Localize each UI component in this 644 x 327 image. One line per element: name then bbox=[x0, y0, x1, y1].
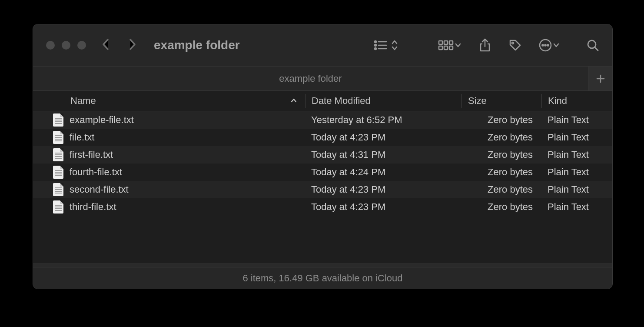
finder-window: example folder bbox=[33, 24, 613, 289]
column-header-size-label: Size bbox=[468, 95, 487, 107]
file-size: Zero bytes bbox=[468, 132, 533, 143]
file-kind: Plain Text bbox=[548, 114, 589, 125]
svg-point-0 bbox=[375, 41, 376, 43]
file-date: Today at 4:23 PM bbox=[311, 132, 385, 143]
file-date: Today at 4:24 PM bbox=[311, 167, 385, 177]
svg-rect-8 bbox=[449, 41, 453, 44]
status-bar: 6 items, 16.49 GB available on iCloud bbox=[33, 267, 612, 289]
sort-ascending-icon bbox=[290, 95, 297, 107]
file-row[interactable]: third-file.txtToday at 4:23 PMZero bytes… bbox=[33, 198, 612, 216]
actions-button[interactable] bbox=[538, 38, 560, 52]
file-date: Yesterday at 6:52 PM bbox=[311, 114, 402, 125]
file-list: example-file.txtYesterday at 6:52 PMZero… bbox=[33, 111, 612, 244]
nav-buttons bbox=[102, 38, 136, 53]
svg-point-4 bbox=[375, 48, 376, 50]
svg-rect-10 bbox=[444, 46, 448, 50]
tags-button[interactable] bbox=[508, 38, 522, 52]
file-row[interactable]: fourth-file.txtToday at 4:24 PMZero byte… bbox=[33, 164, 612, 181]
window-title: example folder bbox=[154, 38, 240, 52]
chevron-down-icon bbox=[454, 39, 462, 52]
svg-rect-9 bbox=[439, 46, 442, 50]
file-kind: Plain Text bbox=[548, 149, 589, 160]
file-date: Today at 4:23 PM bbox=[311, 201, 385, 212]
column-header-size[interactable]: Size bbox=[461, 94, 541, 108]
forward-button[interactable] bbox=[128, 38, 136, 53]
svg-point-15 bbox=[542, 44, 543, 46]
column-header: Name Date Modified Size Kind bbox=[33, 90, 612, 111]
svg-rect-7 bbox=[444, 41, 448, 44]
file-name: example-file.txt bbox=[70, 114, 134, 126]
tab-label: example folder bbox=[279, 73, 342, 84]
zoom-button[interactable] bbox=[77, 41, 86, 50]
column-header-name[interactable]: Name bbox=[33, 95, 305, 107]
new-tab-button[interactable] bbox=[588, 67, 612, 90]
view-mode-button[interactable] bbox=[373, 39, 398, 52]
svg-point-13 bbox=[512, 42, 514, 44]
column-header-kind-label: Kind bbox=[548, 95, 567, 107]
column-header-kind[interactable]: Kind bbox=[541, 94, 612, 108]
empty-area bbox=[33, 244, 612, 264]
file-row[interactable]: second-file.txtToday at 4:23 PMZero byte… bbox=[33, 181, 612, 198]
file-size: Zero bytes bbox=[468, 184, 533, 195]
svg-point-17 bbox=[547, 44, 548, 46]
titlebar: example folder bbox=[33, 24, 612, 66]
svg-line-19 bbox=[595, 47, 598, 50]
column-header-date-label: Date Modified bbox=[312, 95, 371, 107]
file-size: Zero bytes bbox=[468, 114, 533, 126]
file-kind: Plain Text bbox=[548, 132, 589, 143]
file-size: Zero bytes bbox=[468, 149, 533, 160]
file-kind: Plain Text bbox=[548, 201, 589, 212]
minimize-button[interactable] bbox=[62, 41, 70, 50]
file-name: file.txt bbox=[70, 132, 94, 143]
status-text: 6 items, 16.49 GB available on iCloud bbox=[242, 273, 402, 284]
file-date: Today at 4:23 PM bbox=[311, 184, 385, 195]
chevron-down-icon bbox=[552, 39, 560, 52]
back-button[interactable] bbox=[102, 38, 110, 53]
window-controls bbox=[46, 41, 86, 50]
file-row[interactable]: file.txtToday at 4:23 PMZero bytesPlain … bbox=[33, 129, 612, 146]
file-date: Today at 4:31 PM bbox=[311, 149, 385, 160]
document-icon bbox=[53, 148, 63, 161]
file-size: Zero bytes bbox=[468, 201, 533, 213]
share-button[interactable] bbox=[478, 38, 491, 53]
tab-bar: example folder bbox=[33, 66, 612, 90]
file-name: first-file.txt bbox=[70, 149, 113, 160]
file-name: fourth-file.txt bbox=[70, 167, 122, 178]
svg-point-16 bbox=[544, 44, 546, 46]
tab-example-folder[interactable]: example folder bbox=[33, 67, 588, 90]
svg-point-2 bbox=[375, 44, 376, 46]
search-button[interactable] bbox=[586, 39, 599, 52]
path-bar bbox=[33, 264, 612, 267]
svg-rect-6 bbox=[439, 41, 442, 44]
file-size: Zero bytes bbox=[468, 167, 533, 178]
column-header-name-label: Name bbox=[70, 95, 96, 107]
group-by-button[interactable] bbox=[438, 39, 462, 52]
file-row[interactable]: example-file.txtYesterday at 6:52 PMZero… bbox=[33, 111, 612, 129]
chevron-updown-icon bbox=[391, 39, 398, 52]
file-kind: Plain Text bbox=[548, 184, 589, 195]
file-name: third-file.txt bbox=[70, 201, 116, 213]
plus-icon bbox=[596, 74, 605, 83]
file-row[interactable]: first-file.txtToday at 4:31 PMZero bytes… bbox=[33, 146, 612, 164]
file-kind: Plain Text bbox=[548, 167, 589, 177]
close-button[interactable] bbox=[46, 41, 55, 50]
document-icon bbox=[53, 131, 63, 144]
document-icon bbox=[53, 113, 63, 127]
document-icon bbox=[53, 200, 63, 214]
column-header-date[interactable]: Date Modified bbox=[305, 94, 461, 108]
svg-rect-11 bbox=[449, 46, 453, 50]
document-icon bbox=[53, 183, 63, 196]
file-name: second-file.txt bbox=[70, 184, 129, 195]
document-icon bbox=[53, 166, 63, 179]
